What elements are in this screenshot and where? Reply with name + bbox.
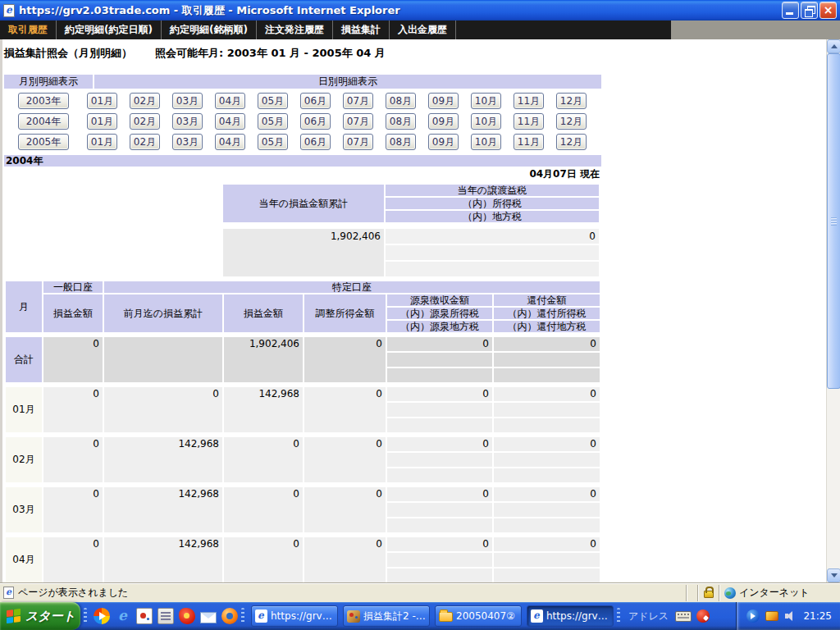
col-header-specific-account: 特定口座	[104, 281, 600, 293]
month-button[interactable]: 10月	[471, 113, 501, 130]
month-button[interactable]: 04月	[215, 113, 245, 130]
col-header-withholding-income-tax: （内）源泉所得税	[387, 308, 492, 319]
cell-refund: 0	[494, 537, 600, 551]
minimize-button[interactable]	[782, 2, 799, 19]
band-grip[interactable]	[84, 608, 87, 624]
tab-execution-detail-by-symbol[interactable]: 約定明細(銘柄順)	[162, 21, 257, 39]
messenger-icon[interactable]	[179, 608, 195, 624]
vertical-scrollbar[interactable]	[826, 39, 840, 582]
tray-update-icon[interactable]	[765, 611, 778, 621]
page-loaded-icon	[3, 587, 14, 599]
month-button[interactable]: 02月	[130, 113, 160, 130]
spacer	[6, 384, 600, 386]
taskbar-window-button-ie-2-active[interactable]: https://grv2.0...	[527, 605, 614, 627]
month-button[interactable]: 05月	[258, 134, 288, 150]
volume-icon[interactable]	[784, 610, 796, 622]
month-button[interactable]: 01月	[87, 93, 117, 109]
tab-trade-history[interactable]: 取引履歴	[0, 21, 57, 39]
cell-empty	[494, 453, 600, 467]
photo-viewer-icon[interactable]	[136, 608, 153, 624]
month-button[interactable]: 05月	[258, 113, 288, 130]
month-button[interactable]: 07月	[343, 134, 373, 150]
cell-local-tax	[386, 262, 599, 276]
scrollbar-thumb[interactable]	[827, 53, 840, 389]
band-grip[interactable]	[241, 608, 244, 624]
month-button[interactable]: 10月	[471, 134, 501, 150]
scroll-down-button[interactable]	[827, 568, 840, 582]
month-button[interactable]: 09月	[428, 113, 459, 130]
col-header-local-tax: （内）地方税	[386, 211, 599, 222]
restore-button[interactable]	[801, 2, 818, 19]
cell-refund: 0	[494, 337, 600, 351]
year-button[interactable]: 2005年	[18, 134, 69, 150]
year-button[interactable]: 2003年	[18, 93, 69, 109]
keyboard-icon[interactable]	[675, 611, 692, 622]
cell-adjusted-income: 0	[304, 537, 386, 582]
internet-explorer-icon[interactable]	[115, 608, 131, 624]
month-button[interactable]: 12月	[556, 134, 587, 150]
month-button[interactable]: 06月	[300, 134, 331, 150]
spacer	[6, 334, 600, 336]
lock-icon	[704, 591, 714, 598]
col-header-prev-cumulative: 前月迄の損益累計	[104, 294, 222, 332]
cell-prev-cumulative: 0	[104, 387, 222, 432]
firefox-icon[interactable]	[221, 608, 238, 624]
month-button[interactable]: 01月	[87, 113, 117, 130]
tray-messenger-icon[interactable]	[746, 609, 760, 623]
tab-order-history[interactable]: 注文発注履歴	[257, 21, 333, 39]
address-toolbar[interactable]: アドレス	[628, 609, 669, 623]
document-viewer-icon[interactable]	[158, 608, 174, 624]
month-button[interactable]: 03月	[172, 93, 203, 109]
cell-empty	[387, 353, 492, 367]
outlook-express-icon[interactable]	[200, 612, 217, 623]
spacer	[223, 224, 599, 227]
month-button[interactable]: 11月	[514, 93, 544, 109]
scroll-up-button[interactable]	[827, 39, 840, 53]
month-button[interactable]: 12月	[556, 93, 587, 109]
month-button[interactable]: 11月	[514, 134, 544, 150]
row-label: 02月	[6, 437, 42, 482]
taskbar-window-button-folder[interactable]: 20050407②	[435, 605, 522, 627]
col-header-general-pl: 損益金額	[43, 294, 103, 332]
month-button[interactable]: 08月	[386, 93, 416, 109]
ime-icon[interactable]	[696, 609, 710, 623]
month-button[interactable]: 08月	[386, 113, 416, 130]
month-button[interactable]: 02月	[130, 134, 160, 150]
month-button[interactable]: 09月	[428, 93, 459, 109]
month-button[interactable]: 10月	[471, 93, 501, 109]
month-button[interactable]: 11月	[514, 113, 544, 130]
close-button[interactable]	[819, 2, 837, 19]
month-button[interactable]: 03月	[172, 134, 203, 150]
tab-execution-detail-by-date[interactable]: 約定明細(約定日順)	[57, 21, 162, 39]
year-button[interactable]: 2004年	[18, 113, 69, 130]
band-grip[interactable]	[617, 608, 620, 624]
month-button[interactable]: 07月	[343, 113, 373, 130]
cell-cumulative-pl: 1,902,406	[223, 229, 384, 276]
month-button[interactable]: 04月	[215, 93, 245, 109]
month-button[interactable]: 08月	[386, 134, 416, 150]
month-button[interactable]: 04月	[215, 134, 245, 150]
cell-empty	[387, 553, 492, 567]
start-button[interactable]: スタート	[0, 602, 80, 630]
scrollbar-track[interactable]	[827, 53, 840, 568]
taskbar-window-button-image-editor[interactable]: 損益集計2 - ...	[343, 605, 430, 627]
spacer	[6, 484, 600, 486]
col-header-withholding: 源泉徴収金額	[387, 294, 492, 306]
cell-empty	[494, 553, 600, 567]
month-button[interactable]: 03月	[172, 113, 203, 130]
tab-deposit-withdrawal-history[interactable]: 入出金履歴	[390, 21, 456, 39]
taskbar-window-button-ie-1[interactable]: https://grv2.0...	[251, 605, 338, 627]
cell-general-pl: 0	[43, 537, 103, 582]
month-button[interactable]: 12月	[556, 113, 587, 130]
table-row-apr: 04月 0 142,968 0 0 0 0	[6, 537, 600, 551]
month-button[interactable]: 07月	[343, 93, 373, 109]
tab-profit-loss-summary[interactable]: 損益集計	[333, 21, 390, 39]
month-button[interactable]: 06月	[300, 113, 331, 130]
month-button[interactable]: 02月	[130, 93, 160, 109]
month-button[interactable]: 06月	[300, 93, 331, 109]
month-button[interactable]: 05月	[258, 93, 288, 109]
media-player-icon[interactable]	[94, 608, 110, 624]
month-button-group: 01月02月03月04月05月06月07月08月09月10月11月12月	[87, 113, 587, 130]
month-button[interactable]: 01月	[87, 134, 117, 150]
month-button[interactable]: 09月	[428, 134, 459, 150]
